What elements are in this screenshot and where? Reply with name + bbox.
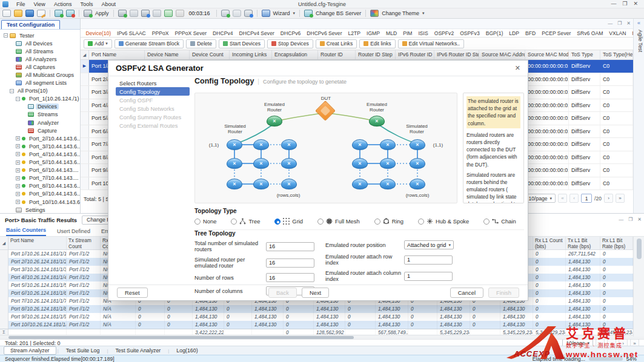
save-file-icon[interactable] <box>25 10 34 17</box>
tab-usert-defined[interactable]: Usert Defined <box>57 228 90 236</box>
collapse-icon[interactable]: − <box>10 89 14 93</box>
radio-topology-chain[interactable]: Chain <box>483 218 516 225</box>
expand-icon[interactable]: + <box>16 152 20 156</box>
tree-item-all-captures[interactable]: All Captures <box>1 63 80 71</box>
tab-pppox-sever[interactable]: PPPoX Sever <box>172 30 210 36</box>
tree-item-devices[interactable]: Devices <box>1 103 80 111</box>
expand-icon[interactable]: + <box>16 200 20 204</box>
per-page-select[interactable]: 10/page▾ <box>525 194 556 203</box>
back-button[interactable]: Back <box>268 288 297 298</box>
expand-icon[interactable]: + <box>16 160 20 165</box>
column-header-tx-l1-bit-rate-bps[interactable]: Tx L1 Bit Rate (bps) <box>566 237 600 249</box>
tab-stream-analyzer[interactable]: Stream Analyzer <box>4 346 56 355</box>
column-header-device-count[interactable]: Device Count <box>190 50 230 59</box>
tree-item-port-6-10-44-143[interactable]: +Port_6//10.44.143.... <box>1 166 80 174</box>
column-header-source-mac-modifier[interactable]: Source MAC Modifier <box>525 50 569 59</box>
results-close-icon[interactable]: ✕ <box>637 217 642 222</box>
radio-topology-ring[interactable]: Ring <box>374 218 403 225</box>
disconnect-chassis-icon[interactable] <box>66 10 75 17</box>
tree-item-all-multicast-groups[interactable]: All Multicast Groups <box>1 71 80 79</box>
edit-links-button[interactable]: Edit links <box>359 39 395 48</box>
radio-icon[interactable] <box>194 219 201 225</box>
expand-icon[interactable]: + <box>16 144 20 148</box>
tab-test-suite-analyzer[interactable]: Test Suite Analyzer <box>109 347 167 354</box>
finish-button[interactable]: Finish <box>488 288 519 298</box>
stop-capture-icon[interactable] <box>233 10 241 17</box>
tree-item-all-segment-lists[interactable]: All segment Lists <box>1 79 80 87</box>
field-total-number-of-simulated-routers[interactable]: 16 <box>266 242 314 251</box>
tree-item-port-4-10-44-143-6[interactable]: +Port_4//10.44.143.6... <box>1 150 80 158</box>
menu-file[interactable]: File <box>12 1 30 7</box>
collapse-icon[interactable]: − <box>16 97 20 101</box>
radio-icon[interactable] <box>483 219 490 225</box>
tab-test-suite-log[interactable]: Test Suite Log <box>60 347 106 354</box>
tree-item-port-10-10-44-143-6[interactable]: +Port_10//10.44.143.6... <box>1 198 80 206</box>
connect-chassis-icon[interactable] <box>55 10 63 17</box>
delete-button[interactable]: Delete <box>186 39 216 48</box>
dialog-step-config-ospf[interactable]: Config OSPF <box>116 96 190 104</box>
apply-label[interactable]: Apply <box>95 10 109 16</box>
column-header-port-name[interactable]: Port Name <box>8 237 67 249</box>
creat-links-button[interactable]: Creat Links <box>316 39 357 48</box>
tree-item-analyzer[interactable]: Analyzer <box>1 119 80 127</box>
dialog-step-config-summary-routes[interactable]: Config Summary Routes <box>116 113 190 121</box>
tab-mld[interactable]: MLD <box>383 30 400 36</box>
radio-topology-none[interactable]: None <box>194 218 216 225</box>
radio-icon[interactable] <box>274 219 281 225</box>
tab-pcep-sever[interactable]: PCEP Sever <box>539 30 574 36</box>
tab-test-configuration[interactable]: Test Configuration <box>1 20 60 29</box>
column-header-port-name[interactable]: Port Name <box>89 50 145 59</box>
tab-pppox[interactable]: PPPoX <box>149 30 171 36</box>
minimize-icon[interactable]: — <box>611 1 616 7</box>
column-header-router-id[interactable]: Router ID <box>318 50 356 59</box>
menu-view[interactable]: View <box>30 1 50 7</box>
edit-virtual-networks-button[interactable]: Edit Virtual Networks.. <box>398 39 464 48</box>
cancel-button[interactable]: Cancel <box>450 288 483 298</box>
tree-item-port-9-10-44-143-6[interactable]: +Port_9//10.44.143.6... <box>1 190 80 198</box>
dialog-step-config-stub-networks[interactable]: Config Stub Networks <box>116 104 190 113</box>
column-header-source-mac-address[interactable]: Source MAC Address <box>479 50 525 59</box>
wizard-caret-icon[interactable]: ▾ <box>293 11 296 16</box>
open-file-icon[interactable] <box>14 10 22 17</box>
wizard-icon[interactable] <box>262 10 270 17</box>
panel-maximize-icon[interactable]: ❐ <box>617 21 622 26</box>
radio-icon[interactable] <box>231 219 237 225</box>
close-icon[interactable]: ✕ <box>633 1 638 7</box>
tab-device-10[interactable]: Device(10) <box>83 30 114 36</box>
tab-l2tp[interactable]: L2TP <box>345 30 363 36</box>
tree-item-all-streams[interactable]: All Streams <box>1 47 80 55</box>
radio-topology-full-mesh[interactable]: Full Mesh <box>317 218 360 225</box>
change-theme-icon[interactable] <box>370 10 379 17</box>
radio-icon[interactable] <box>374 219 380 225</box>
new-file-icon[interactable] <box>2 10 11 17</box>
results-minimize-icon[interactable]: — <box>619 217 623 222</box>
first-page-button[interactable]: « <box>558 194 567 203</box>
tab-dhcpv6-sever[interactable]: DHCPv6 Sever <box>304 30 345 36</box>
column-header-ipv6-router-id[interactable]: IPv6 Router ID <box>396 50 434 59</box>
tree-item-port-2-10-44-143-6[interactable]: +Port_2//10.44.143.6... <box>1 134 80 142</box>
next-page-button[interactable]: › <box>604 194 613 203</box>
tab-igmp[interactable]: IGMP <box>364 30 383 36</box>
column-header-router-id-step[interactable]: Router ID Step <box>356 50 396 59</box>
tree-item-capture[interactable]: Capture <box>1 127 80 134</box>
stop-devices-button[interactable]: Stop Devices <box>267 39 313 48</box>
field-simulated-router-per-emulated-router[interactable]: 16 <box>266 258 314 268</box>
theme-caret-icon[interactable]: ▾ <box>422 11 425 16</box>
port-clear-icon[interactable] <box>153 10 161 17</box>
column-header-rx-l1-count-bits[interactable]: Rx L1 Count (bits) <box>533 237 566 249</box>
radio-topology-tree[interactable]: Tree <box>231 218 260 225</box>
tab-agile-test[interactable]: Agile Test <box>635 30 643 52</box>
apply-icon[interactable] <box>84 10 92 17</box>
change-bs-server-icon[interactable] <box>304 10 313 17</box>
start-streams-icon[interactable] <box>164 10 173 17</box>
horizontal-scrollbar[interactable] <box>0 335 644 340</box>
collapse-arrow-icon[interactable]: « <box>634 19 644 26</box>
column-header-incoming-links[interactable]: Incoming Links <box>230 50 272 59</box>
add-button[interactable]: Add ▾ <box>84 39 112 48</box>
expand-icon[interactable]: + <box>16 184 20 188</box>
panel-close-icon[interactable]: ✕ <box>626 21 631 26</box>
change-bs-server-label[interactable]: Change BS Server <box>316 10 361 16</box>
tree-item-tester[interactable]: −Tester <box>1 31 80 39</box>
tree-item-port-1-10-26-124-1[interactable]: −Port_1(10.26.124./1) <box>1 95 80 103</box>
select-all-corner[interactable]: ◢ <box>81 50 89 59</box>
